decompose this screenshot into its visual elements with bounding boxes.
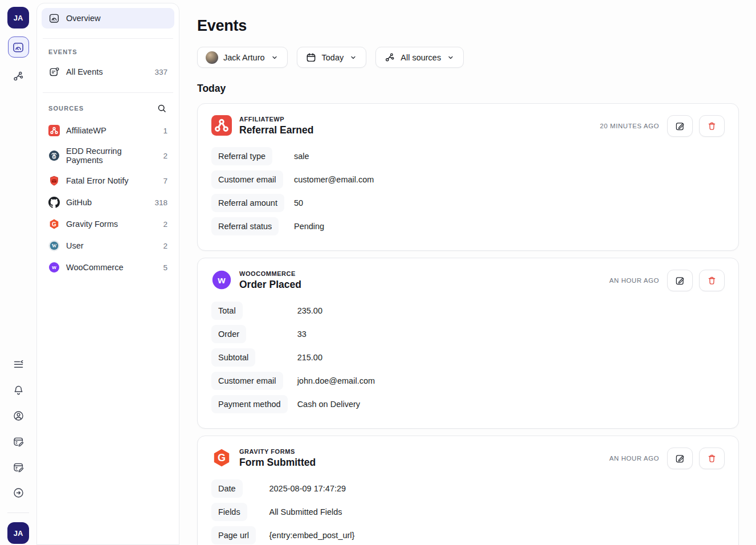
event-fields: Total 235.00 Order 33 Subtotal 215.00 Cu… [211, 302, 725, 413]
source-label: Gravity Forms [66, 219, 118, 229]
event-list: AFFILIATEWP Referral Earned 20 MINUTES A… [197, 103, 739, 545]
date-filter-value: Today [322, 53, 344, 62]
delete-event-button[interactable] [699, 448, 725, 469]
sidebar-item-github[interactable]: GitHub 318 [42, 192, 174, 213]
field-value: john.doe@email.com [297, 376, 725, 385]
user-filter-dropdown[interactable]: Jack Arturo [197, 47, 288, 68]
field-label: Payment method [211, 395, 288, 413]
card-actions: AN HOUR AGO [610, 270, 725, 291]
sidebar-item-gravity-forms[interactable]: Gravity Forms 2 [42, 213, 174, 235]
event-source: WOOCOMMERCE [239, 270, 301, 277]
chevron-down-icon [270, 53, 279, 62]
sidebar-item-affiliatewp[interactable]: AffiliateWP 1 [42, 120, 174, 141]
event-title: Form Submitted [239, 457, 316, 469]
rail-overview-button[interactable] [8, 36, 29, 58]
source-count: 2 [163, 220, 167, 229]
card-header: WOOCOMMERCE Order Placed AN HOUR AGO [211, 270, 725, 291]
affiliatewp-icon [48, 125, 60, 136]
gravity-forms-icon [48, 218, 60, 230]
field-value: 33 [297, 330, 725, 339]
sidebar-item-fatal-error-notify[interactable]: Fatal Error Notify 7 [42, 170, 174, 192]
date-filter-dropdown[interactable]: Today [297, 47, 367, 68]
field-label: Referral type [211, 147, 272, 165]
search-icon[interactable] [156, 103, 167, 114]
event-source: AFFILIATEWP [239, 116, 313, 123]
event-card-form-submitted: GRAVITY FORMS Form Submitted AN HOUR AGO [197, 436, 739, 545]
icon-rail: JA JA [0, 0, 36, 545]
all-events-label: All Events [66, 67, 103, 76]
account-icon[interactable] [13, 410, 24, 422]
calendar-icon [305, 52, 317, 63]
field-value: Cash on Delivery [297, 400, 725, 409]
source-filter-value: All sources [401, 53, 441, 62]
source-count: 1 [163, 127, 167, 135]
wordpress-icon [48, 240, 60, 251]
source-label: WooCommerce [66, 263, 123, 272]
day-group-heading: Today [197, 83, 739, 95]
field-label: Customer email [211, 372, 283, 390]
event-card-order-placed: WOOCOMMERCE Order Placed AN HOUR AGO [197, 258, 739, 429]
field-label: Date [211, 479, 243, 498]
edit-event-button[interactable] [667, 270, 693, 291]
edit-event-button[interactable] [667, 448, 693, 469]
field-label: Referral status [211, 217, 279, 235]
source-label: User [66, 241, 84, 250]
woocommerce-icon [211, 270, 232, 290]
sidebar-item-overview[interactable]: Overview [42, 8, 174, 29]
sidebar-divider [43, 92, 173, 93]
events-heading: EVENTS [48, 48, 77, 55]
bell-icon[interactable] [13, 384, 24, 396]
overview-icon [48, 13, 60, 24]
card-titles: AFFILIATEWP Referral Earned [239, 115, 313, 136]
user-avatar-bottom[interactable]: JA [7, 522, 29, 544]
edit-event-button[interactable] [667, 115, 693, 137]
form-entries-icon[interactable] [13, 436, 24, 448]
field-label: Subtotal [211, 348, 255, 367]
delete-event-button[interactable] [699, 270, 725, 291]
all-events-count: 337 [154, 68, 167, 76]
card-actions: 20 MINUTES AGO [600, 115, 725, 137]
collapse-sidebar-icon[interactable] [13, 359, 24, 371]
field-label: Customer email [211, 170, 283, 189]
affiliatewp-icon [211, 115, 232, 136]
source-count: 2 [163, 152, 167, 160]
delete-event-button[interactable] [699, 115, 725, 137]
chevron-down-icon [446, 53, 455, 62]
filter-bar: Jack Arturo Today All sources [197, 47, 739, 68]
rail-sources-button[interactable] [8, 66, 29, 87]
overview-icon [12, 41, 24, 54]
sources-section-head: SOURCES [42, 103, 174, 114]
source-count: 5 [163, 263, 167, 272]
card-titles: GRAVITY FORMS Form Submitted [239, 448, 316, 469]
source-label: GitHub [66, 198, 92, 207]
source-filter-dropdown[interactable]: All sources [375, 47, 464, 68]
event-source: GRAVITY FORMS [239, 448, 316, 455]
source-count: 7 [163, 177, 167, 185]
form-entries-icon-2[interactable] [13, 461, 24, 473]
sidebar-divider [43, 38, 173, 39]
field-value: 215.00 [297, 353, 725, 362]
github-icon [48, 197, 60, 208]
field-label: Page url [211, 526, 256, 544]
chevron-down-icon [349, 53, 358, 62]
edit-icon [675, 453, 685, 464]
sidebar-item-edd-recurring-payments[interactable]: EDD Recurring Payments 2 [42, 141, 174, 170]
edd-icon [48, 150, 60, 161]
field-label: Fields [211, 503, 247, 521]
source-label: EDD Recurring Payments [66, 147, 157, 165]
card-titles: WOOCOMMERCE Order Placed [239, 270, 301, 291]
source-count: 318 [154, 198, 167, 207]
field-value: sale [294, 152, 725, 161]
workspace-avatar[interactable]: JA [7, 7, 29, 29]
event-timestamp: AN HOUR AGO [610, 277, 659, 284]
logout-arrow-icon[interactable] [13, 487, 24, 499]
event-title: Order Placed [239, 279, 301, 291]
user-filter-value: Jack Arturo [223, 53, 265, 62]
sidebar-item-user[interactable]: User 2 [42, 235, 174, 257]
woocommerce-icon [48, 262, 60, 273]
trash-icon [706, 275, 717, 286]
source-label: AffiliateWP [66, 126, 107, 135]
sidebar-item-woocommerce[interactable]: WooCommerce 5 [42, 257, 174, 278]
sidebar-item-all-events[interactable]: All Events 337 [42, 61, 174, 83]
edit-icon [675, 121, 685, 132]
